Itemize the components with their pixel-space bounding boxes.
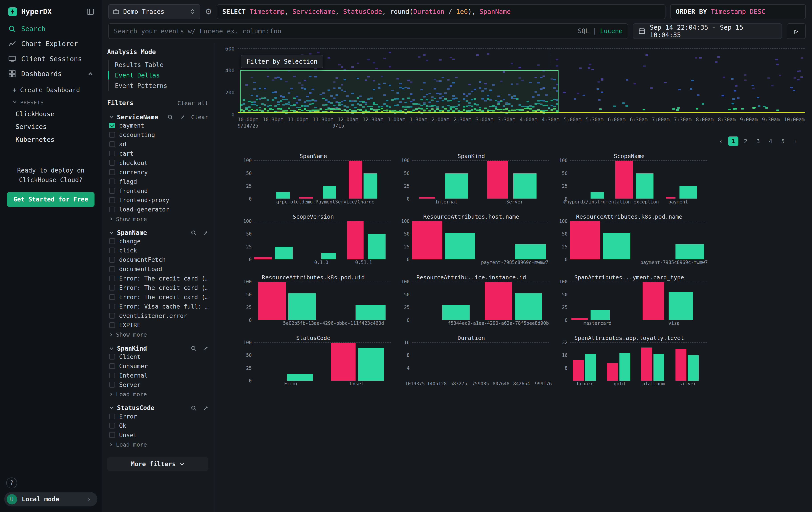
filter-option-flagd[interactable]: flagd bbox=[107, 177, 208, 186]
mini-chart-plot[interactable] bbox=[570, 221, 707, 259]
filter-option-client[interactable]: Client bbox=[107, 352, 208, 361]
pin-icon[interactable] bbox=[179, 114, 185, 120]
bar-anomaly[interactable] bbox=[299, 197, 313, 198]
bar-baseline[interactable] bbox=[276, 192, 290, 199]
bar-anomaly[interactable] bbox=[675, 349, 686, 381]
chevron-down-icon[interactable] bbox=[109, 231, 114, 235]
clear-all-button[interactable]: Clear all bbox=[177, 100, 208, 106]
bar-anomaly[interactable] bbox=[487, 161, 508, 198]
checkbox[interactable] bbox=[109, 123, 115, 129]
checkbox[interactable] bbox=[109, 322, 115, 328]
checkbox[interactable] bbox=[109, 179, 115, 184]
bar-baseline[interactable] bbox=[513, 173, 537, 199]
bar-anomaly[interactable] bbox=[347, 221, 364, 259]
filter-option-ok[interactable]: Ok bbox=[107, 421, 208, 430]
page-next-button[interactable]: › bbox=[790, 136, 801, 146]
bar-baseline[interactable] bbox=[364, 173, 377, 199]
checkbox[interactable] bbox=[109, 285, 115, 291]
bar-anomaly[interactable] bbox=[666, 197, 675, 198]
bar-baseline[interactable] bbox=[445, 233, 475, 259]
page-button-1[interactable]: 1 bbox=[728, 136, 738, 146]
bar-baseline[interactable] bbox=[515, 293, 542, 320]
checkbox[interactable] bbox=[109, 373, 115, 378]
bar-anomaly[interactable] bbox=[412, 221, 442, 259]
bar-anomaly[interactable] bbox=[570, 221, 600, 259]
page-button-3[interactable]: 3 bbox=[753, 136, 763, 146]
time-range-picker[interactable]: Sep 14 22:04:35 - Sep 15 10:04:35 bbox=[633, 23, 782, 39]
sql-query-input[interactable]: SELECT Timestamp, ServiceName, StatusCod… bbox=[217, 4, 665, 19]
filter-option-change[interactable]: change bbox=[107, 236, 208, 246]
checkbox[interactable] bbox=[109, 238, 115, 244]
page-button-4[interactable]: 4 bbox=[765, 136, 776, 146]
bar-baseline[interactable] bbox=[679, 186, 697, 199]
bar-baseline[interactable] bbox=[355, 305, 385, 320]
analysis-mode-event-patterns[interactable]: Event Patterns bbox=[109, 81, 208, 91]
checkbox[interactable] bbox=[109, 354, 115, 360]
create-dashboard-button[interactable]: +Create Dashboard bbox=[0, 83, 102, 97]
order-by-input[interactable]: ORDER BY Timestamp DESC bbox=[670, 4, 806, 19]
checkbox[interactable] bbox=[109, 304, 115, 309]
mini-chart-plot[interactable] bbox=[254, 221, 391, 259]
checkbox[interactable] bbox=[109, 207, 115, 212]
filter-option-ad[interactable]: ad bbox=[107, 139, 208, 149]
filter-option-frontend-proxy[interactable]: frontend-proxy bbox=[107, 195, 208, 205]
filter-option-error-the-credit-card[interactable]: Error: The credit card (… bbox=[107, 293, 208, 302]
pin-icon[interactable] bbox=[202, 405, 208, 411]
filter-option-click[interactable]: click bbox=[107, 246, 208, 255]
bar-baseline[interactable] bbox=[368, 234, 385, 259]
bar-anomaly[interactable] bbox=[349, 161, 362, 198]
analysis-mode-event-deltas[interactable]: Event Deltas bbox=[109, 70, 208, 81]
bar-baseline[interactable] bbox=[358, 348, 384, 381]
filter-option-payment[interactable]: payment bbox=[107, 121, 208, 130]
filter-option-load-generator[interactable]: load-generator bbox=[107, 205, 208, 214]
mini-chart-plot[interactable] bbox=[412, 221, 549, 259]
event-search-input[interactable]: Search your events w/ Lucene ex. column:… bbox=[108, 23, 628, 39]
bar-baseline[interactable] bbox=[669, 292, 693, 320]
bar-baseline[interactable] bbox=[585, 354, 596, 381]
checkbox[interactable] bbox=[109, 382, 115, 387]
bar-anomaly[interactable] bbox=[573, 360, 584, 380]
load-more-button[interactable]: Load more bbox=[107, 389, 208, 398]
bar-anomaly[interactable] bbox=[258, 282, 286, 320]
checkbox[interactable] bbox=[109, 247, 115, 253]
filter-by-selection-button[interactable]: Filter by Selection bbox=[241, 55, 323, 68]
bar-baseline[interactable] bbox=[619, 353, 630, 381]
checkbox[interactable] bbox=[109, 432, 115, 438]
source-select[interactable]: Demo Traces bbox=[108, 4, 201, 19]
bar-baseline[interactable] bbox=[445, 173, 468, 199]
page-prev-button[interactable]: ‹ bbox=[716, 136, 726, 146]
filter-option-error[interactable]: Error bbox=[107, 412, 208, 421]
bar-baseline[interactable] bbox=[275, 247, 293, 259]
filter-option-accounting[interactable]: accounting bbox=[107, 130, 208, 140]
search-icon[interactable] bbox=[191, 345, 197, 351]
checkbox[interactable] bbox=[109, 276, 115, 281]
bar-anomaly[interactable] bbox=[615, 161, 633, 198]
page-button-5[interactable]: 5 bbox=[778, 136, 788, 146]
bar-anomaly[interactable] bbox=[641, 348, 652, 381]
search-icon[interactable] bbox=[167, 114, 173, 120]
analysis-mode-results-table[interactable]: Results Table bbox=[109, 60, 208, 70]
user-menu[interactable]: U Local mode › bbox=[4, 492, 97, 507]
bar-baseline[interactable] bbox=[675, 244, 704, 259]
sidebar-item-search[interactable]: Search bbox=[0, 21, 102, 36]
lucene-toggle[interactable]: Lucene bbox=[600, 27, 622, 35]
filter-option-internal[interactable]: Internal bbox=[107, 371, 208, 380]
mini-chart-plot[interactable] bbox=[570, 160, 707, 198]
checkbox[interactable] bbox=[109, 423, 115, 429]
clear-group-button[interactable]: Clear bbox=[191, 114, 208, 120]
filter-option-error-visa-cache-full[interactable]: Error: Visa cache full: … bbox=[107, 302, 208, 311]
show-more-button[interactable]: Show more bbox=[107, 330, 208, 338]
filter-option-currency[interactable]: currency bbox=[107, 167, 208, 177]
filter-option-error-the-credit-card[interactable]: Error: The credit card (… bbox=[107, 283, 208, 293]
preset-services[interactable]: Services bbox=[0, 120, 102, 133]
checkbox[interactable] bbox=[109, 160, 115, 166]
bar-baseline[interactable] bbox=[442, 305, 470, 320]
bar-baseline[interactable] bbox=[590, 310, 610, 320]
events-heatmap[interactable]: Filter by Selection bbox=[238, 48, 805, 114]
presets-toggle[interactable]: PRESETS bbox=[0, 97, 102, 108]
checkbox[interactable] bbox=[109, 197, 115, 203]
bar-baseline[interactable] bbox=[590, 192, 604, 199]
search-icon[interactable] bbox=[191, 405, 197, 411]
filter-option-eventlistener-error[interactable]: eventListener.error bbox=[107, 311, 208, 320]
bar-anomaly[interactable] bbox=[331, 343, 355, 380]
